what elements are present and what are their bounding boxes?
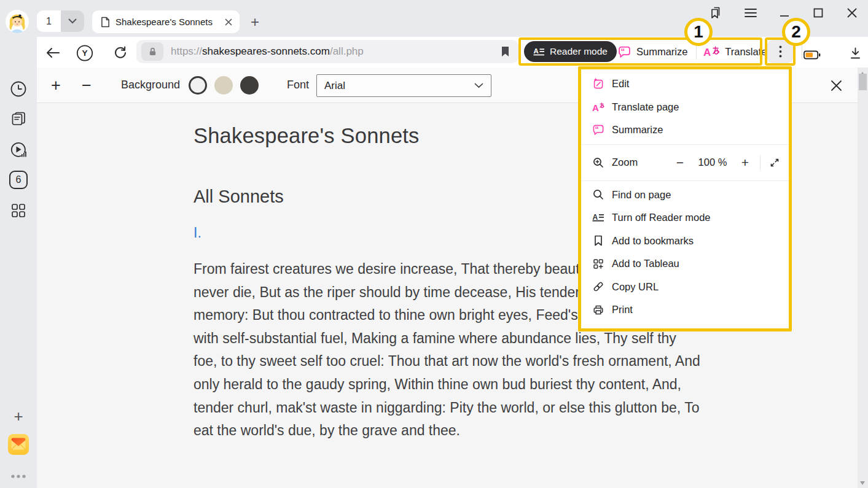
close-icon: [831, 80, 842, 91]
yandex-logo-icon: Y: [76, 44, 93, 63]
vertical-scrollbar[interactable]: [858, 68, 868, 488]
bookmark-flag-icon[interactable]: [501, 46, 510, 57]
menu-item-add-to-bookmarks[interactable]: Add to bookmarks: [581, 230, 789, 253]
translate-aa-icon: A: [703, 46, 720, 58]
background-label: Background: [121, 79, 180, 91]
menu-item-add-to-tableau[interactable]: Add to Tableau: [581, 252, 789, 276]
translate-aa-icon: A: [592, 102, 604, 112]
page-actions-menu-button[interactable]: [767, 40, 793, 63]
menu-separator: [581, 180, 789, 181]
expand-icon: [769, 157, 780, 168]
download-icon: [849, 47, 862, 60]
minimize-button[interactable]: [776, 5, 792, 21]
browser-tab[interactable]: Shakespeare's Sonnets: [92, 10, 240, 33]
battery-status[interactable]: [803, 46, 821, 63]
menu-item-edit[interactable]: Edit: [581, 72, 789, 96]
menu-item-translate-page[interactable]: A Translate page: [581, 96, 789, 119]
profile-avatar[interactable]: [6, 10, 29, 33]
printer-icon: [592, 304, 604, 316]
zoom-value: 100 %: [692, 147, 733, 178]
clock-icon: [10, 80, 27, 98]
scrollbar-thumb[interactable]: [859, 74, 867, 90]
menu-item-print[interactable]: Print: [581, 298, 789, 322]
menu-item-label: Copy URL: [612, 281, 659, 293]
toolbar-divider: [696, 45, 697, 60]
browser-menu-button[interactable]: [743, 5, 759, 21]
sidebar-mail-app[interactable]: [7, 433, 29, 455]
close-reader-toolbar-button[interactable]: [828, 77, 844, 93]
font-select[interactable]: Arial: [316, 74, 491, 97]
notes-icon: [10, 110, 27, 127]
maximize-button[interactable]: [810, 5, 826, 21]
translate-button[interactable]: A Translate: [703, 41, 767, 62]
close-icon: [847, 8, 857, 18]
sidebar-apps-button[interactable]: [7, 199, 29, 222]
hiragana-glyph: [711, 46, 720, 55]
background-swatch-sepia[interactable]: [214, 76, 233, 95]
summarize-icon: “: [592, 124, 604, 136]
reader-mode-label: Reader mode: [550, 46, 608, 57]
search-icon: [592, 188, 604, 201]
minimize-icon: [780, 8, 789, 18]
menu-item-turn-off-reader-mode[interactable]: A Turn off Reader mode: [581, 206, 789, 230]
yandex-mail-icon: [7, 433, 29, 456]
sonnet-number-link[interactable]: I.: [194, 225, 201, 241]
url-domain: shakespeares-sonnets.com: [202, 45, 330, 57]
zoom-in-icon: [592, 157, 604, 169]
window-titlebar: 1 Shakespeare's Sonnets +: [0, 0, 868, 37]
svg-text:“: “: [621, 47, 625, 56]
yandex-home-button[interactable]: Y: [76, 44, 93, 61]
menu-item-summarize[interactable]: “ Summarize: [581, 118, 789, 142]
collections-button[interactable]: [708, 5, 724, 21]
back-button[interactable]: [44, 44, 61, 61]
sidebar-media-button[interactable]: [7, 139, 29, 161]
fullscreen-button[interactable]: [765, 147, 784, 178]
zoom-decrease-button[interactable]: −: [672, 147, 688, 178]
font-label: Font: [287, 79, 309, 91]
tab-counter[interactable]: 1: [37, 10, 61, 32]
font-size-increase-button[interactable]: +: [45, 75, 66, 96]
hiragana-glyph: [599, 102, 604, 109]
menu-item-label: Edit: [612, 78, 629, 90]
sidebar-tabs-counter-button[interactable]: 6: [7, 169, 29, 191]
ellipsis-icon: [11, 474, 26, 478]
play-media-icon: [9, 141, 28, 159]
background-swatch-dark[interactable]: [240, 76, 259, 95]
scroll-down-arrow[interactable]: [860, 481, 865, 485]
background-swatch-light[interactable]: [189, 76, 207, 95]
reader-mode-icon: A: [592, 212, 604, 223]
menu-item-label: Summarize: [612, 124, 663, 136]
refresh-button[interactable]: [112, 44, 129, 61]
tab-list-dropdown[interactable]: [61, 10, 84, 32]
zoom-increase-button[interactable]: +: [737, 147, 753, 178]
menu-item-label: Add to bookmarks: [612, 235, 694, 247]
svg-text:“: “: [595, 125, 599, 134]
summarize-button[interactable]: “ Summarize: [617, 41, 687, 62]
page-actions-menu: Edit A Translate page “ Summ: [578, 66, 792, 331]
font-size-decrease-button[interactable]: −: [76, 75, 97, 96]
sidebar-more-button[interactable]: [7, 465, 29, 487]
bookmark-icon: [592, 234, 604, 247]
sidebar-add-button[interactable]: +: [7, 405, 29, 427]
left-sidebar: 6 +: [0, 37, 37, 488]
back-arrow-icon: [45, 47, 60, 59]
downloads-button[interactable]: [846, 44, 864, 61]
close-window-button[interactable]: [844, 5, 860, 21]
sidebar-history-button[interactable]: [7, 78, 29, 100]
zoom-label-group: Zoom: [581, 147, 638, 178]
browser-toolbar: Y https://shakespeares-sonnets.com/all.p…: [37, 37, 868, 68]
menu-item-label: Add to Tableau: [612, 258, 679, 269]
svg-text:A: A: [593, 213, 598, 222]
menu-item-copy-url[interactable]: Copy URL: [581, 276, 789, 299]
avatar-illustration: [6, 10, 29, 33]
new-tab-button[interactable]: +: [246, 13, 264, 31]
site-security-chip[interactable]: [141, 42, 163, 61]
sidebar-feed-button[interactable]: [7, 107, 29, 130]
reader-mode-button[interactable]: A Reader mode: [524, 41, 617, 62]
close-tab-icon[interactable]: [225, 18, 232, 26]
translate-label: Translate: [725, 46, 767, 58]
menu-item-label: Find on page: [612, 189, 671, 201]
menu-item-find-on-page[interactable]: Find on page: [581, 184, 789, 207]
chevron-down-icon: [68, 18, 77, 24]
address-bar[interactable]: https://shakespeares-sonnets.com/all.php: [136, 40, 518, 63]
